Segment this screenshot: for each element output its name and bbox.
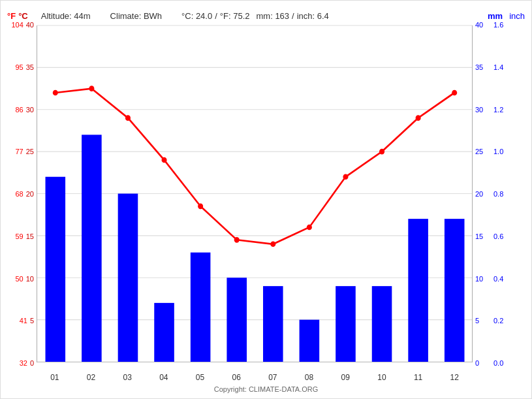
svg-rect-13 [191,253,211,362]
y-label-celsius: 0 [30,359,34,367]
svg-rect-14 [227,278,247,362]
svg-rect-18 [372,286,392,362]
y-label-inch: 0.4 [493,275,503,283]
svg-rect-10 [82,135,102,362]
y-label-mm: 40 [475,21,488,29]
y-label-inch: 0.0 [493,359,503,367]
y-label-fahrenheit: 32 [20,359,27,367]
svg-rect-20 [445,219,465,362]
chart-svg [37,25,473,362]
y-label-mm: 10 [475,275,488,283]
f-axis-header: °F [7,11,16,21]
y-label-celsius: 35 [26,63,34,71]
y-label-fahrenheit: 68 [16,190,23,198]
x-label-month: 10 [364,373,400,382]
mm-right-axis-label: mm [488,11,503,21]
y-label-celsius: 30 [26,106,34,114]
temp-c-label: °C: 24.0 [181,11,212,21]
y-label-mm: 30 [475,106,488,114]
y-label-mm: 0 [475,359,488,367]
y-label-inch: 1.2 [493,106,503,114]
y-label-fahrenheit: 95 [16,63,23,71]
y-label-inch: 1.4 [493,63,503,71]
c-axis-header: °C [18,11,28,21]
y-label-inch: 1.0 [493,148,503,155]
mm-header-label: mm: 163 [257,11,290,21]
x-label-month: 05 [182,373,219,382]
svg-rect-17 [336,286,356,362]
y-label-inch: 0.8 [493,190,503,198]
svg-point-26 [234,237,240,243]
y-label-fahrenheit: 50 [16,275,23,283]
left-y-axis: 10440953586307725682059155010415320 [1,25,37,362]
copyright-label: Copyright: CLIMATE-DATA.ORG [214,385,319,393]
svg-point-29 [343,174,348,180]
y-label-fahrenheit: 41 [20,317,27,325]
x-label-month: 01 [37,373,73,382]
chart-container: °F °C Altitude: 44m Climate: BWh °C: 24.… [0,0,532,399]
y-label-inch: 0.6 [493,232,503,240]
svg-point-25 [198,203,203,209]
y-label-celsius: 5 [30,317,34,325]
right-axis-border [472,25,473,362]
y-label-fahrenheit: 59 [16,232,23,240]
svg-point-31 [416,115,421,121]
altitude-label: Altitude: 44m [41,11,91,21]
y-label-mm: 15 [475,232,488,240]
y-label-mm: 35 [475,63,488,71]
svg-point-30 [379,149,384,155]
x-axis: 010203040506070809101112 [37,373,473,382]
svg-rect-9 [46,177,66,362]
svg-point-23 [125,115,131,121]
svg-rect-15 [263,286,283,362]
right-y-axis: 401.6351.4301.2251.0200.8150.6100.450.20… [473,25,531,362]
svg-rect-19 [408,219,428,362]
y-label-mm: 25 [475,148,488,155]
chart-plot-area [37,25,473,362]
svg-point-28 [307,225,312,231]
x-label-month: 03 [109,373,146,382]
y-label-inch: 0.2 [493,317,503,325]
y-label-mm: 20 [475,190,488,198]
svg-point-32 [452,90,457,96]
svg-rect-11 [118,194,138,362]
x-label-month: 09 [327,373,364,382]
y-label-celsius: 20 [26,190,34,198]
svg-point-24 [161,157,166,163]
climate-label: Climate: BWh [110,11,162,21]
y-label-mm: 5 [475,317,488,325]
x-label-month: 12 [436,373,473,382]
x-label-month: 04 [146,373,182,382]
svg-rect-12 [154,303,174,362]
inch-header-label: inch: 6.4 [297,11,329,21]
svg-rect-16 [300,320,320,362]
x-label-month: 02 [73,373,110,382]
x-label-month: 11 [400,373,437,382]
y-label-celsius: 15 [26,232,34,240]
x-label-month: 08 [291,373,328,382]
inch-right-axis-label: inch [509,11,525,21]
y-label-celsius: 10 [26,275,34,283]
y-label-celsius: 25 [26,148,34,155]
y-label-celsius: 40 [26,21,34,29]
y-label-inch: 1.6 [493,21,503,29]
y-label-fahrenheit: 86 [16,106,23,114]
svg-point-27 [270,241,275,247]
svg-point-21 [53,90,58,96]
temp-f-label: °F: 75.2 [220,11,250,21]
y-label-fahrenheit: 104 [11,21,23,29]
x-label-month: 06 [218,373,255,382]
x-label-month: 07 [255,373,291,382]
svg-point-22 [89,86,94,91]
y-label-fahrenheit: 77 [16,148,23,155]
